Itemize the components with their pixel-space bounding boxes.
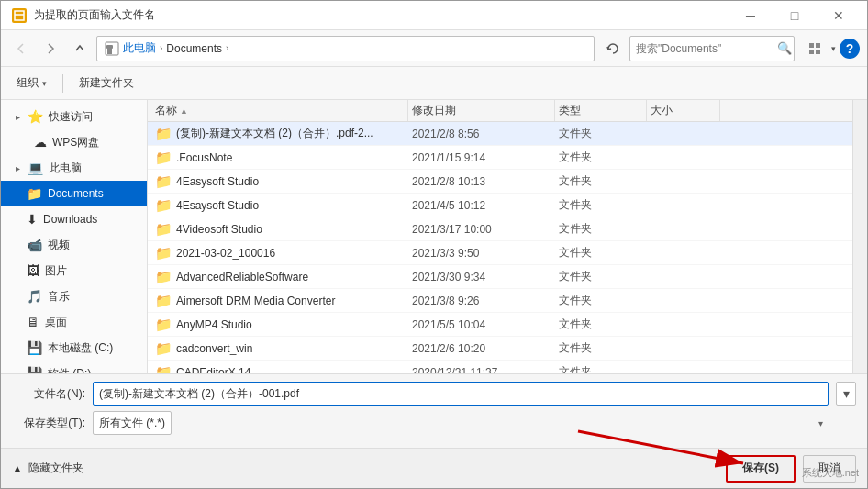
- file-name-cell: 📁 AdvancedReliableSoftware: [151, 269, 408, 285]
- file-row[interactable]: 📁 4Esaysoft Studio 2021/4/5 10:12 文件夹: [148, 194, 852, 217]
- file-name-cell: 📁 cadconvert_win: [151, 340, 408, 357]
- save-button[interactable]: 保存(S): [726, 455, 796, 483]
- desktop-icon: 🖥: [27, 315, 39, 329]
- sidebar-item-documents[interactable]: 📁 Documents: [1, 181, 147, 206]
- folder-icon: 📁: [155, 197, 172, 214]
- file-type-cell: 文件夹: [555, 173, 647, 189]
- file-date-cell: 2021/2/8 8:56: [408, 128, 555, 140]
- filename-dropdown-button[interactable]: ▾: [836, 382, 856, 406]
- sidebar-item-downloads[interactable]: ⬇ Downloads: [1, 206, 147, 232]
- file-type-cell: 文件夹: [555, 150, 647, 165]
- documents-icon: 📁: [27, 186, 42, 201]
- pictures-icon: 🖼: [27, 263, 39, 278]
- sidebar-item-quickaccess[interactable]: ▸ ⭐ 快速访问: [1, 104, 147, 129]
- filename-input[interactable]: [93, 382, 829, 406]
- folder-icon: 📁: [155, 269, 172, 285]
- svg-rect-8: [816, 50, 820, 54]
- sidebar-label-pc: 此电脑: [49, 161, 82, 176]
- minimize-button[interactable]: ─: [729, 2, 772, 29]
- col-header-name[interactable]: 名称 ▲: [151, 100, 408, 121]
- file-type-cell: 文件夹: [555, 269, 647, 284]
- file-row[interactable]: 📁 AdvancedReliableSoftware 2021/3/30 9:3…: [148, 265, 852, 289]
- window-controls: ─ □ ✕: [729, 2, 860, 29]
- breadcrumb-current[interactable]: Documents: [166, 42, 222, 55]
- sidebar-label-videos: 视频: [48, 238, 70, 253]
- sidebar-item-music[interactable]: 🎵 音乐: [1, 283, 147, 309]
- col-header-size[interactable]: 大小: [647, 100, 720, 121]
- close-button[interactable]: ✕: [818, 2, 860, 29]
- forward-button[interactable]: [38, 36, 63, 61]
- sidebar-item-drivec[interactable]: 💾 本地磁盘 (C:): [1, 335, 147, 361]
- breadcrumb-pc[interactable]: 此电脑: [123, 40, 156, 56]
- filetype-select-wrapper: 所有文件 (*.*) ▾: [93, 411, 829, 435]
- sidebar-item-pc[interactable]: ▸ 💻 此电脑: [1, 155, 147, 181]
- file-row[interactable]: 📁 (复制)-新建文本文档 (2)（合并）.pdf-2... 2021/2/8 …: [148, 122, 852, 146]
- filetype-row: 保存类型(T): 所有文件 (*.*) ▾: [12, 411, 856, 435]
- refresh-button[interactable]: [600, 36, 626, 61]
- file-type-cell: 文件夹: [555, 126, 647, 141]
- file-row[interactable]: 📁 AnyMP4 Studio 2021/5/5 10:04 文件夹: [148, 313, 852, 337]
- file-date-cell: 2021/5/5 10:04: [408, 318, 555, 331]
- filetype-select[interactable]: 所有文件 (*.*): [93, 411, 172, 435]
- file-row[interactable]: 📁 4Videosoft Studio 2021/3/17 10:00 文件夹: [148, 217, 852, 241]
- file-row[interactable]: 📁 .FocusNote 2021/1/15 9:14 文件夹: [148, 146, 852, 170]
- file-row[interactable]: 📁 2021-03-02_100016 2021/3/3 9:50 文件夹: [148, 241, 852, 265]
- file-date-cell: 2021/3/3 9:50: [408, 247, 555, 260]
- sidebar-label-quickaccess: 快速访问: [49, 109, 93, 125]
- search-box[interactable]: 🔍: [629, 36, 795, 61]
- cancel-button[interactable]: 取消: [803, 455, 856, 483]
- help-button[interactable]: ?: [840, 39, 860, 59]
- svg-rect-6: [816, 43, 820, 48]
- col-header-date[interactable]: 修改日期: [408, 100, 555, 121]
- breadcrumb-sep1: ›: [160, 43, 162, 53]
- svg-rect-0: [15, 11, 24, 20]
- view-dropdown-arrow: ▾: [831, 44, 836, 53]
- view-toggle-button[interactable]: [802, 36, 828, 61]
- file-type-cell: 文件夹: [555, 364, 647, 373]
- file-row[interactable]: 📁 CADEditorX 14 2020/12/31 11:37 文件夹: [148, 361, 852, 373]
- folder-icon: 📁: [155, 340, 172, 357]
- sidebar-item-pictures[interactable]: 🖼 图片: [1, 258, 147, 283]
- file-date-cell: 2021/3/8 9:26: [408, 295, 555, 307]
- file-date-cell: 2021/3/30 9:34: [408, 271, 555, 283]
- vertical-scrollbar[interactable]: [852, 100, 867, 373]
- file-date-cell: 2021/3/17 10:00: [408, 223, 555, 236]
- footer-buttons: 保存(S) 取消: [726, 455, 856, 483]
- toolbar-separator: [62, 74, 63, 93]
- file-type-cell: 文件夹: [555, 340, 647, 356]
- file-row[interactable]: 📁 cadconvert_win 2021/2/6 10:20 文件夹: [148, 337, 852, 361]
- col-header-type[interactable]: 类型: [555, 100, 647, 121]
- maximize-button[interactable]: □: [773, 2, 816, 29]
- new-folder-label: 新建文件夹: [79, 75, 134, 91]
- sidebar-item-desktop[interactable]: 🖥 桌面: [1, 309, 147, 335]
- main-content: ▸ ⭐ 快速访问 ☁ WPS网盘 ▸ 💻 此电脑 📁 Documents: [1, 100, 867, 373]
- search-icon[interactable]: 🔍: [777, 41, 792, 55]
- file-name-cell: 📁 .FocusNote: [151, 150, 408, 166]
- sidebar-item-videos[interactable]: 📹 视频: [1, 232, 147, 258]
- downloads-icon: ⬇: [27, 212, 38, 227]
- sidebar-item-wps[interactable]: ☁ WPS网盘: [1, 129, 147, 155]
- sidebar-item-drived[interactable]: 💾 软件 (D:): [1, 361, 147, 373]
- new-folder-button[interactable]: 新建文件夹: [71, 72, 142, 95]
- sidebar: ▸ ⭐ 快速访问 ☁ WPS网盘 ▸ 💻 此电脑 📁 Documents: [1, 100, 148, 373]
- file-date-cell: 2021/2/8 10:13: [408, 175, 555, 188]
- organize-button[interactable]: 组织 ▾: [8, 72, 55, 95]
- file-type-cell: 文件夹: [555, 245, 647, 261]
- folder-icon: 📁: [155, 221, 172, 238]
- file-name-cell: 📁 Aimersoft DRM Media Converter: [151, 293, 408, 309]
- file-row[interactable]: 📁 4Easysoft Studio 2021/2/8 10:13 文件夹: [148, 170, 852, 194]
- search-input[interactable]: [636, 42, 773, 55]
- back-button[interactable]: [8, 36, 34, 61]
- file-row[interactable]: 📁 Aimersoft DRM Media Converter 2021/3/8…: [148, 289, 852, 313]
- hide-folders-toggle[interactable]: ▲ 隐藏文件夹: [12, 461, 83, 476]
- breadcrumb[interactable]: 此电脑 › Documents ›: [96, 36, 595, 61]
- sidebar-label-drived: 软件 (D:): [48, 366, 91, 374]
- up-button[interactable]: [67, 36, 93, 61]
- hide-folders-label: 隐藏文件夹: [28, 461, 83, 476]
- window-icon: [12, 8, 27, 23]
- file-type-cell: 文件夹: [555, 293, 647, 308]
- svg-rect-5: [809, 43, 814, 48]
- file-name-cell: 📁 AnyMP4 Studio: [151, 317, 408, 333]
- window-title: 为提取的页面输入文件名: [34, 7, 155, 23]
- select-arrow-icon: ▾: [818, 418, 823, 428]
